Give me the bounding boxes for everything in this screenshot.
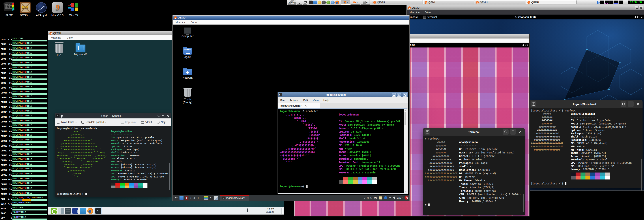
firefox-icon[interactable] xyxy=(87,208,93,214)
vm-display-devuan[interactable]: Computer logout Network Trash (Empty) lo… xyxy=(173,25,409,201)
show-desktop-button[interactable] xyxy=(282,208,284,214)
menu-button[interactable] xyxy=(510,129,516,135)
terminal-tab[interactable]: logout@devuan: ~ xyxy=(278,103,320,108)
application-launcher-icon[interactable] xyxy=(51,208,57,214)
menu-item[interactable]: Edit xyxy=(303,99,308,102)
menu-item[interactable]: Help xyxy=(323,99,329,102)
new-tab-button[interactable]: Nová karta xyxy=(57,121,77,124)
qemu-window-devuan[interactable]: QEMU MachineView Computer logout Network… xyxy=(172,15,410,201)
qterminal-window[interactable]: logout@devuan: ~ FileActionsEditViewHelp… xyxy=(278,92,408,194)
launcher-icon[interactable] xyxy=(204,196,208,200)
show-desktop-button[interactable] xyxy=(297,0,302,5)
vm-desktop-icon-network[interactable]: Network xyxy=(179,69,196,79)
menu-item[interactable]: View xyxy=(313,99,318,102)
konsole-task-icon[interactable] xyxy=(95,208,101,214)
terminal-output[interactable]: [logout@localhost ~]$neofetch ##### ####… xyxy=(529,108,642,188)
start-button[interactable]: IceWM xyxy=(288,0,296,5)
clipboard-icon[interactable] xyxy=(379,196,382,199)
file-manager-icon[interactable] xyxy=(180,196,184,200)
vm-desktop-icon-computer[interactable]: Computer xyxy=(179,28,196,38)
taskbar-window-button[interactable]: logout@devuan: ~ xyxy=(220,195,249,200)
bluetooth-icon[interactable] xyxy=(597,1,600,4)
menu-item[interactable]: Machine xyxy=(176,21,186,24)
launcher-icon[interactable] xyxy=(326,1,330,5)
net-monitor-applet[interactable] xyxy=(614,1,618,5)
taskbar-window-button[interactable]: QEMU xyxy=(526,0,577,5)
titlebar[interactable]: QEMU xyxy=(407,6,644,10)
system-status-area[interactable] xyxy=(522,44,528,46)
headerbar[interactable]: logout@localhost:~ xyxy=(529,100,642,108)
close-button[interactable] xyxy=(639,6,643,9)
workspace-button[interactable]: 1 xyxy=(184,196,188,200)
launcher-icon[interactable] xyxy=(331,1,334,5)
scrollbar[interactable] xyxy=(523,194,524,212)
window-list-button[interactable] xyxy=(302,0,307,5)
close-tab-icon[interactable] xyxy=(304,105,306,107)
vm-desktop-icon-trash[interactable]: Koš xyxy=(51,44,67,56)
maximize-icon[interactable] xyxy=(162,115,164,118)
search-button[interactable] xyxy=(503,129,508,135)
workspace-button[interactable]: 2 xyxy=(188,196,192,200)
new-tab-button[interactable] xyxy=(530,101,536,107)
vm-desktop-icon-home[interactable]: logout xyxy=(179,48,196,58)
close-button[interactable] xyxy=(635,101,641,107)
menu-item[interactable]: Actions xyxy=(290,99,298,102)
taskbar-window-button[interactable]: QEMU xyxy=(372,0,422,5)
titlebar[interactable]: QEMU xyxy=(173,16,409,20)
find-button[interactable]: Najít... xyxy=(156,121,168,124)
expand-tray-icon[interactable] xyxy=(388,197,391,199)
expand-tray-icon[interactable] xyxy=(258,209,258,212)
system-status-area[interactable] xyxy=(634,16,642,18)
desktop-icon[interactable]: Win 95 xyxy=(66,2,82,17)
menu-item[interactable]: File xyxy=(280,99,285,102)
scrollbar-thumb[interactable] xyxy=(404,112,406,125)
focused-app-menu[interactable]: Terminál xyxy=(423,16,437,19)
tray-applet[interactable] xyxy=(610,1,614,5)
gnome-terminal-window-chimera[interactable]: Terminal #neofetch ##### ####### xyxy=(423,128,525,215)
top-bar-clock[interactable]: 6. listopadu 17:37 xyxy=(515,16,536,19)
taskbar-clock[interactable]: 17:37:50 xyxy=(628,1,644,5)
vm-desktop-icon-trash[interactable]: Trash (Empty) xyxy=(179,89,196,104)
keyboard-layout[interactable]: CZ xyxy=(624,1,627,4)
workspace-button[interactable]: B xyxy=(360,0,370,5)
headerbar[interactable]: Terminal xyxy=(423,128,525,136)
launcher-icon[interactable] xyxy=(322,1,326,5)
activities-button[interactable]: Činnosti xyxy=(409,16,418,19)
menu-item[interactable]: Machine xyxy=(51,36,61,39)
terminal-output[interactable]: logout@localhost:~>neofetch `-++:` ./ooo… xyxy=(55,126,171,197)
maximize-button[interactable] xyxy=(635,6,639,9)
titlebar[interactable]: logout@devuan: ~ xyxy=(278,92,408,97)
launcher-icon[interactable] xyxy=(318,1,322,5)
scrollbar[interactable] xyxy=(404,109,407,193)
discover-icon[interactable] xyxy=(72,208,78,214)
panel-clock[interactable]: 17:37 06.11.22 xyxy=(266,208,274,213)
menu-item[interactable]: View xyxy=(67,36,73,39)
split-view-button[interactable]: Rozdělit pohled xyxy=(82,121,106,124)
notification-icon[interactable] xyxy=(384,196,387,199)
terminal-output[interactable]: #neofetch ##### ####### ##O#O## ####### … xyxy=(423,136,525,215)
copy-button[interactable]: Kopírovat xyxy=(121,121,136,124)
workspace-button[interactable]: 1 xyxy=(341,0,350,5)
maximize-button[interactable] xyxy=(397,93,401,97)
launcher-icon[interactable] xyxy=(309,1,313,5)
menu-item[interactable]: View xyxy=(425,11,431,14)
menu-item[interactable]: View xyxy=(191,21,197,24)
launcher-icon[interactable] xyxy=(214,196,218,200)
konsole-window[interactable]: ~ : bash — Konsole Nová karta Rozdělit p… xyxy=(55,113,171,197)
panel-clock[interactable]: 17:37 xyxy=(396,196,403,199)
menu-item[interactable]: Machine xyxy=(410,11,420,14)
vm-desktop-icon-home[interactable]: Můj adresář xyxy=(72,45,89,56)
taskbar-window-button[interactable]: QEMU xyxy=(423,0,474,5)
gnome-terminal-window-circle[interactable]: logout@localhost:~ [logout@localhost ~]$… xyxy=(529,100,642,188)
keyboard-layout[interactable]: US xyxy=(374,196,378,199)
minimize-button[interactable] xyxy=(392,93,396,97)
desktop-icon[interactable]: DOS DOSBox xyxy=(17,2,33,17)
file-manager-icon[interactable] xyxy=(80,208,86,214)
qterminal-launcher-icon[interactable] xyxy=(209,196,213,200)
search-button[interactable] xyxy=(620,101,626,107)
workspace-button[interactable]: 2 xyxy=(351,0,360,5)
power-button[interactable] xyxy=(404,196,408,200)
paste-button[interactable]: Vložit xyxy=(141,121,152,124)
scrollbar[interactable] xyxy=(641,159,642,190)
workspace-button[interactable]: 3 xyxy=(192,196,196,200)
